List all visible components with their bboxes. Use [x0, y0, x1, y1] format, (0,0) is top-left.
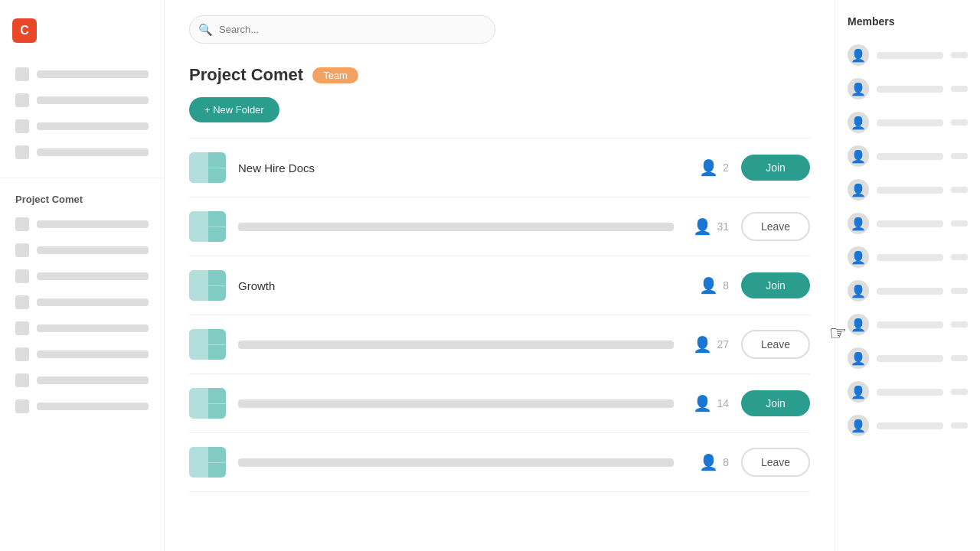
- sidebar-group-item-1[interactable]: [0, 211, 164, 237]
- folder-list: New Hire Docs 👤 2 Join 👤 31 Leave: [189, 138, 810, 492]
- join-button-3[interactable]: Join: [741, 272, 810, 298]
- sidebar-item-1[interactable]: [0, 61, 164, 87]
- member-row-7: 👤: [835, 240, 980, 274]
- folder-thumbnail-3: [189, 270, 226, 301]
- sidebar-group-item-5[interactable]: [0, 315, 164, 341]
- member-count-3: 👤 8: [686, 276, 729, 295]
- member-name-8: [877, 288, 943, 295]
- leave-button-6[interactable]: Leave: [741, 448, 810, 477]
- folder-row-4: 👤 27 Leave: [189, 315, 810, 374]
- sidebar-icon-4: [15, 145, 29, 159]
- sidebar-item-2[interactable]: [0, 87, 164, 113]
- sidebar-label-4: [37, 148, 149, 156]
- member-name-9: [877, 321, 943, 328]
- sidebar-group-item-2[interactable]: [0, 237, 164, 263]
- member-row-8: 👤: [835, 274, 980, 308]
- member-action-5: [951, 187, 968, 193]
- member-name-2: [877, 86, 943, 93]
- member-count-value-5: 14: [717, 397, 729, 409]
- member-avatar-11: 👤: [848, 381, 869, 403]
- member-name-1: [877, 52, 943, 59]
- leave-button-2[interactable]: Leave: [741, 212, 810, 241]
- member-count-icon-6: 👤: [699, 453, 718, 471]
- member-action-9: [951, 321, 968, 328]
- sidebar-item-3[interactable]: [0, 113, 164, 139]
- main-content: 🔍 Project Comet Team + New Folder New Hi…: [165, 0, 835, 551]
- member-row-4: 👤: [835, 139, 980, 173]
- member-row-6: 👤: [835, 207, 980, 240]
- folder-thumbnail-6: [189, 447, 226, 478]
- member-row-2: 👤: [835, 72, 980, 106]
- sidebar-item-4[interactable]: [0, 139, 164, 165]
- sidebar-group-item-4[interactable]: [0, 289, 164, 315]
- member-count-2: 👤 31: [686, 217, 729, 236]
- folder-thumbnail-2: [189, 211, 226, 242]
- member-avatar-8: 👤: [848, 280, 869, 302]
- sidebar-group-icon-7: [15, 373, 29, 387]
- member-name-6: [877, 220, 943, 227]
- folder-row-3: Growth 👤 8 Join: [189, 256, 810, 315]
- sidebar-top-items: [0, 58, 164, 168]
- join-button-5[interactable]: Join: [741, 390, 810, 416]
- members-title: Members: [835, 15, 980, 38]
- app-logo[interactable]: C: [0, 12, 164, 58]
- sidebar-group-items: [0, 208, 164, 422]
- member-action-12: [951, 422, 968, 429]
- member-count-icon-4: 👤: [693, 335, 712, 354]
- sidebar-group-icon-2: [15, 243, 29, 257]
- member-count-icon-3: 👤: [699, 276, 718, 295]
- sidebar-label-3: [37, 122, 149, 130]
- member-action-11: [951, 389, 968, 395]
- sidebar-group-item-8[interactable]: [0, 393, 164, 419]
- folder-name-placeholder-4: [238, 341, 674, 349]
- folder-name-3: Growth: [238, 279, 674, 292]
- sidebar-group-icon-8: [15, 399, 29, 413]
- folder-name-placeholder-6: [238, 458, 674, 467]
- sidebar-group-icon-3: [15, 269, 29, 283]
- search-input[interactable]: [189, 15, 495, 44]
- sidebar-group-item-6[interactable]: [0, 341, 164, 367]
- member-action-1: [951, 52, 968, 58]
- member-avatar-1: 👤: [848, 44, 869, 66]
- sidebar-divider: [0, 178, 164, 178]
- right-sidebar: Members 👤 👤 👤 👤 👤 👤 👤 👤: [835, 0, 980, 551]
- member-avatar-7: 👤: [848, 246, 869, 268]
- sidebar-group-label-4: [37, 298, 149, 306]
- folder-thumbnail-4: [189, 329, 226, 360]
- leave-button-4[interactable]: Leave: [741, 330, 810, 359]
- member-count-4: 👤 27: [686, 335, 729, 354]
- member-count-icon-2: 👤: [693, 217, 712, 236]
- folder-row-2: 👤 31 Leave: [189, 197, 810, 256]
- sidebar-icon-2: [15, 93, 29, 107]
- member-row-10: 👤: [835, 341, 980, 375]
- sidebar-group-item-3[interactable]: [0, 263, 164, 289]
- member-name-4: [877, 153, 943, 160]
- join-button-1[interactable]: Join: [741, 155, 810, 181]
- member-action-2: [951, 86, 968, 92]
- sidebar-group-label-6: [37, 350, 149, 358]
- member-action-8: [951, 288, 968, 294]
- page-title: Project Comet: [189, 65, 303, 85]
- search-icon: 🔍: [198, 23, 213, 37]
- member-count-value-4: 27: [717, 338, 729, 350]
- folder-thumbnail-1: [189, 152, 226, 183]
- member-avatar-9: 👤: [848, 314, 869, 335]
- member-name-12: [877, 422, 943, 429]
- member-avatar-12: 👤: [848, 415, 869, 436]
- sidebar-icon-1: [15, 67, 29, 81]
- sidebar-label-2: [37, 96, 149, 104]
- sidebar-icon-3: [15, 119, 29, 133]
- member-count-icon-1: 👤: [699, 158, 718, 177]
- left-sidebar: C Project Comet: [0, 0, 165, 551]
- sidebar-group-label-1: [37, 220, 149, 228]
- member-count-6: 👤 8: [686, 453, 729, 471]
- sidebar-group-label-5: [37, 324, 149, 332]
- sidebar-group-icon-4: [15, 295, 29, 309]
- member-name-7: [877, 254, 943, 261]
- sidebar-group-item-7[interactable]: [0, 367, 164, 393]
- member-action-7: [951, 254, 968, 260]
- new-folder-button[interactable]: + New Folder: [189, 97, 279, 122]
- member-name-10: [877, 355, 943, 362]
- member-count-value-3: 8: [723, 279, 729, 292]
- member-avatar-6: 👤: [848, 213, 869, 234]
